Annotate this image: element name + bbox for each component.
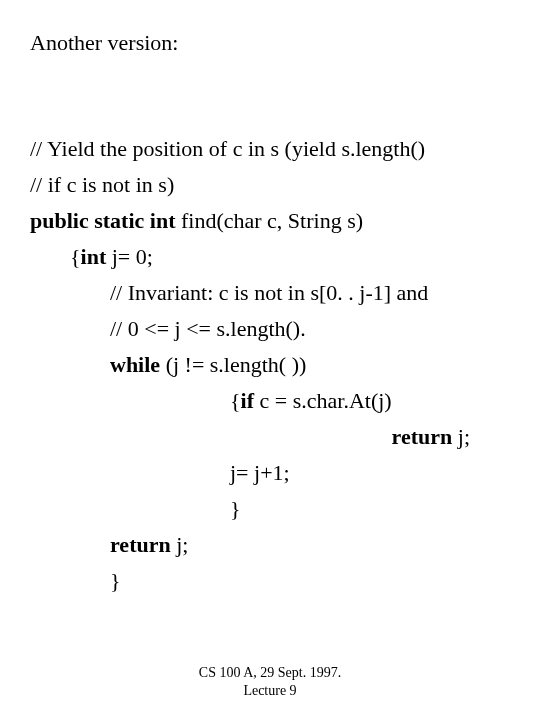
code-line-invariant-1: // Invariant: c is not in s[0. . j-1] an…	[30, 280, 510, 306]
code-line-comment-2: // if c is not in s)	[30, 172, 510, 198]
code-line-invariant-2: // 0 <= j <= s.length().	[30, 316, 510, 342]
code-line-signature: public static int find(char c, String s)	[30, 208, 510, 234]
code-line-comment-1: // Yield the position of c in s (yield s…	[30, 136, 510, 162]
code-line-while: while (j != s.length( ))	[30, 352, 510, 378]
return-j-1: j;	[452, 424, 470, 449]
if-cond: c = s.char.At(j)	[254, 388, 392, 413]
code-line-if: {if c = s.char.At(j)	[30, 388, 510, 414]
slide-footer: CS 100 A, 29 Sept. 1997. Lecture 9	[0, 664, 540, 700]
code-line-int-j: {int j= 0;	[30, 244, 510, 270]
code-line-brace-close-outer: }	[30, 568, 510, 594]
j-decl: j= 0;	[106, 244, 153, 269]
brace-open: {	[70, 244, 81, 269]
return-j-2: j;	[171, 532, 189, 557]
keyword-public-static-int: public static int	[30, 208, 175, 233]
code-line-return-j-outer: return j;	[30, 532, 510, 558]
code-line-brace-close-inner: }	[30, 496, 510, 522]
code-line-return-j-inner: return j;	[30, 424, 510, 450]
code-line-j-increment: j= j+1;	[30, 460, 510, 486]
footer-line-1: CS 100 A, 29 Sept. 1997.	[0, 664, 540, 682]
brace-open-inner: {	[230, 388, 241, 413]
while-cond: (j != s.length( ))	[160, 352, 306, 377]
keyword-return-2: return	[110, 532, 171, 557]
keyword-int: int	[81, 244, 107, 269]
keyword-if: if	[241, 388, 254, 413]
footer-line-2: Lecture 9	[0, 682, 540, 700]
signature-rest: find(char c, String s)	[175, 208, 363, 233]
keyword-return-1: return	[392, 424, 453, 449]
keyword-while: while	[110, 352, 160, 377]
slide-title: Another version:	[30, 30, 510, 56]
